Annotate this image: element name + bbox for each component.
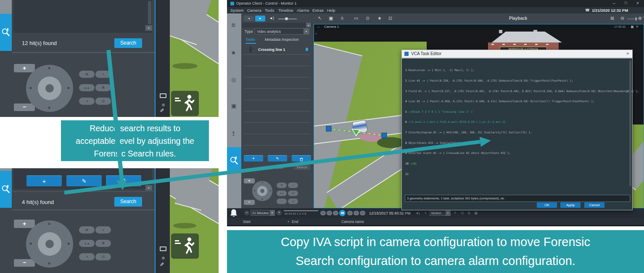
forensic-search-tab[interactable]: [0, 14, 12, 51]
monitor-icon[interactable]: [160, 93, 166, 98]
menu-timeline[interactable]: Timeline: [278, 8, 293, 13]
menu-camera[interactable]: Camera: [247, 8, 261, 13]
joystick-center[interactable]: [45, 84, 54, 93]
pen-icon[interactable]: ✎: [160, 262, 164, 268]
zoom-out-button[interactable]: −: [14, 103, 35, 111]
zoom-in-icon[interactable]: ⊕: [638, 16, 642, 21]
zoom-timeline-out-button[interactable]: –: [244, 210, 249, 215]
logical-tree-icon[interactable]: ≣: [231, 22, 236, 28]
iris-close-button[interactable]: ◑: [79, 98, 95, 105]
pause-button[interactable]: ▮▮: [339, 210, 346, 216]
step-back-button[interactable]: ◄: [327, 211, 332, 215]
focus-mountain-button[interactable]: ▲▲: [277, 191, 287, 196]
zoom-out-button[interactable]: −: [14, 259, 35, 267]
grid-layout-icon[interactable]: ⊞: [610, 16, 614, 21]
tab-metadata-inspection[interactable]: Metadata Inspection: [265, 37, 299, 42]
zoom-out-icon[interactable]: ⊖: [620, 16, 624, 21]
focus-near-button[interactable]: I: [95, 226, 111, 233]
search-button-disabled[interactable]: Search: [293, 164, 310, 170]
monitor-icon[interactable]: ▭: [354, 16, 358, 21]
select-cursor-icon[interactable]: ↖: [318, 16, 322, 21]
snapshot-camera-icon[interactable]: ⊙: [366, 16, 370, 21]
delete-task-button[interactable]: [292, 155, 311, 162]
results-list[interactable]: [13, 0, 152, 33]
apply-button[interactable]: Apply: [560, 202, 581, 208]
focus-flower-button[interactable]: ✻: [288, 191, 298, 196]
joystick-center[interactable]: [45, 240, 54, 248]
pan-left-icon[interactable]: ◄: [28, 85, 32, 90]
pan-down-icon[interactable]: ▼: [261, 198, 264, 201]
skip-back-button[interactable]: |◄: [320, 211, 326, 215]
phone-icon[interactable]: ☎: [585, 8, 590, 12]
skip-forward-button[interactable]: ►|: [360, 211, 365, 215]
task-row[interactable]: Crossing line 1: [242, 45, 312, 55]
pen-icon[interactable]: ✎: [160, 108, 164, 114]
favorite-star-icon[interactable]: ★: [377, 16, 382, 21]
playback-backward-button[interactable]: ◄: [244, 16, 254, 21]
bookmark-icon[interactable]: ⊡: [388, 16, 392, 21]
volume-icon[interactable]: ◄): [269, 16, 274, 20]
minimize-button[interactable]: –: [613, 1, 615, 5]
column-start[interactable]: Start: [243, 220, 251, 224]
scroll-up-button[interactable]: ▴: [306, 23, 311, 27]
playback-forward-button[interactable]: ►: [255, 16, 265, 21]
chevron-down-icon[interactable]: ▾: [446, 210, 450, 215]
video-thumbnail[interactable]: [170, 168, 219, 273]
chevron-down-icon[interactable]: ▾: [304, 29, 309, 34]
close-button[interactable]: ×: [636, 1, 639, 5]
focus-far-button[interactable]: III: [277, 183, 287, 188]
pan-up-icon[interactable]: ▲: [47, 221, 51, 225]
zoom-in-button[interactable]: +: [244, 178, 255, 183]
pan-left-icon[interactable]: ◄: [28, 241, 32, 246]
ptz-joystick[interactable]: ▲ ▼ ◄ ►: [252, 181, 272, 201]
pan-right-icon[interactable]: ►: [67, 241, 71, 246]
monitor-icon[interactable]: [160, 246, 166, 251]
focus-near-button[interactable]: I: [95, 71, 111, 78]
forensic-search-tab[interactable]: [0, 171, 12, 208]
export-upload-icon[interactable]: ↥: [231, 130, 236, 137]
menu-system[interactable]: System: [230, 8, 244, 13]
edit-rule-button[interactable]: ✎: [66, 175, 102, 186]
zoom-selection-in-icon[interactable]: ⊕: [467, 211, 471, 215]
event-type-dropdown[interactable]: Motion ▾: [430, 210, 451, 216]
menu-tools[interactable]: Tools: [265, 8, 274, 13]
focus-mountain-button[interactable]: ▲▲: [79, 240, 95, 247]
pan-up-icon[interactable]: ▲: [261, 181, 264, 183]
alarm-bell-icon[interactable]: [304, 47, 309, 52]
ok-button[interactable]: OK: [537, 202, 557, 208]
video-thumbnail[interactable]: [170, 0, 219, 117]
pan-down-icon[interactable]: ▼: [47, 106, 51, 110]
pan-right-icon[interactable]: ►: [269, 189, 272, 192]
zoom-in-button[interactable]: +: [14, 220, 35, 228]
layout-slider-handle[interactable]: [636, 17, 636, 21]
scrollbar[interactable]: [148, 1, 151, 24]
zoom-timeline-in-button[interactable]: +: [277, 210, 282, 215]
column-camera-name[interactable]: Camera name: [341, 220, 364, 224]
audio-icon[interactable]: ◄): [415, 211, 420, 215]
iris-open-button[interactable]: ◎: [95, 253, 111, 260]
iris-close-button[interactable]: ◑: [79, 253, 95, 260]
scroll-down-button[interactable]: ▾: [145, 25, 152, 31]
map-target-icon[interactable]: ◎: [231, 77, 236, 83]
zoom-out-button[interactable]: −: [244, 200, 255, 205]
edit-task-button[interactable]: ✎: [268, 155, 287, 162]
pan-left-icon[interactable]: ◄: [253, 189, 256, 192]
joystick-center[interactable]: [260, 189, 264, 193]
focus-near-button[interactable]: I: [288, 183, 298, 188]
play-button[interactable]: ►: [347, 211, 353, 215]
i ris-close-button[interactable]: ◑: [277, 199, 287, 204]
ptz-joystick[interactable]: ▲ ▼ ◄ ►: [26, 65, 73, 112]
menu-alarms[interactable]: Alarms: [297, 8, 309, 13]
search-button[interactable]: Search: [114, 197, 142, 207]
volume-slider-handle[interactable]: [285, 17, 288, 20]
menu-extras[interactable]: Extras: [312, 8, 324, 13]
dialog-close-icon[interactable]: ×: [626, 51, 629, 56]
alarm-image-icon[interactable]: [229, 208, 239, 218]
next-event-icon[interactable]: >: [454, 211, 456, 215]
tab-tasks[interactable]: Tasks: [245, 37, 255, 42]
column-end[interactable]: End: [292, 220, 298, 224]
step-forward-button[interactable]: ►: [354, 211, 359, 215]
copy-image-icon[interactable]: ▣: [329, 16, 333, 21]
add-task-button[interactable]: +: [244, 155, 263, 162]
focus-flower-button[interactable]: ✻: [95, 240, 111, 247]
